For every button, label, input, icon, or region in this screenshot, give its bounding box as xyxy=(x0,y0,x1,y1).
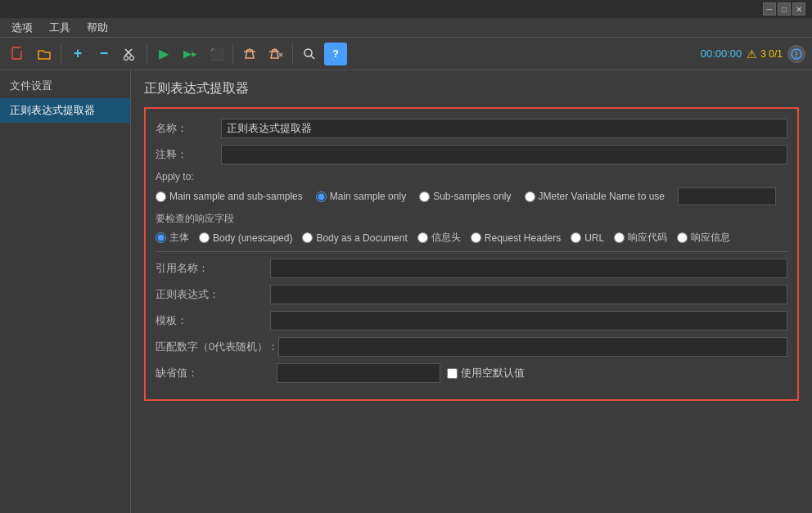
jmeter-var-input[interactable] xyxy=(678,187,776,205)
navigate-button[interactable] xyxy=(787,45,805,63)
sidebar-item-file-settings[interactable]: 文件设置 xyxy=(0,74,130,98)
close-button[interactable]: ✕ xyxy=(792,2,805,16)
radio-body[interactable]: 主体 xyxy=(156,231,189,245)
radio-doc-input[interactable] xyxy=(302,232,313,243)
help-button[interactable]: ? xyxy=(324,43,347,65)
svg-point-4 xyxy=(304,49,312,56)
remove-button[interactable]: − xyxy=(92,43,115,65)
template-row: 模板： xyxy=(156,311,787,331)
regex-label: 正则表达式： xyxy=(156,287,270,302)
radio-main-input[interactable] xyxy=(316,191,327,202)
ref-name-row: 引用名称： xyxy=(156,259,787,278)
name-input[interactable] xyxy=(221,119,787,138)
radio-sub-samples[interactable]: Sub-samples only xyxy=(419,191,511,202)
start-nosubs-button[interactable]: ▶▸ xyxy=(178,43,201,65)
radio-sub-input[interactable] xyxy=(419,191,430,202)
default-label: 缺省值： xyxy=(156,366,270,380)
radio-all-samples[interactable]: Main sample and sub-samples xyxy=(156,191,303,202)
toolbar: + − ▶ ▶▸ ⬛ ? 00:00:00 ⚠ 3 0/1 xyxy=(0,38,812,70)
menu-item-help[interactable]: 帮助 xyxy=(79,19,116,37)
comment-row: 注释： xyxy=(156,145,787,164)
radio-resp-code-input[interactable] xyxy=(614,232,625,243)
content-area: 正则表达式提取器 名称： 注释： Apply to: Main sample a… xyxy=(131,70,812,513)
cut-button[interactable] xyxy=(119,43,142,65)
form-panel: 名称： 注释： Apply to: Main sample and sub-sa… xyxy=(144,107,799,401)
timer-display: 00:00:00 xyxy=(701,47,742,60)
match-num-input[interactable] xyxy=(278,337,787,357)
menu-item-tools[interactable]: 工具 xyxy=(41,19,79,37)
template-input[interactable] xyxy=(270,311,787,331)
radio-main-sample[interactable]: Main sample only xyxy=(316,191,406,202)
radio-resp-code[interactable]: 响应代码 xyxy=(614,231,667,245)
response-field-section: 要检查的响应字段 主体 Body (unescaped) Body as a D… xyxy=(156,212,787,245)
use-empty-label: 使用空默认值 xyxy=(461,366,525,380)
radio-jmeter-label: JMeter Variable Name to use xyxy=(539,191,665,202)
main-layout: 文件设置 正则表达式提取器 正则表达式提取器 名称： 注释： Apply to: xyxy=(0,70,812,513)
radio-req-headers-input[interactable] xyxy=(471,232,481,243)
radio-url-label: URL xyxy=(584,232,604,244)
radio-all-label: Main sample and sub-samples xyxy=(169,191,303,202)
radio-header[interactable]: 信息头 xyxy=(417,231,461,245)
use-empty-input[interactable] xyxy=(447,368,458,379)
regex-input[interactable] xyxy=(270,285,787,304)
name-row: 名称： xyxy=(156,119,787,138)
comment-label: 注释： xyxy=(156,147,221,162)
sidebar: 文件设置 正则表达式提取器 xyxy=(0,70,131,513)
radio-jmeter-var[interactable]: JMeter Variable Name to use xyxy=(525,191,665,202)
radio-jmeter-input[interactable] xyxy=(525,191,535,202)
radio-url-input[interactable] xyxy=(571,232,581,243)
menu-bar: 选项 工具 帮助 xyxy=(0,18,812,38)
response-radio-group: 主体 Body (unescaped) Body as a Document 信… xyxy=(156,231,787,245)
radio-body-input[interactable] xyxy=(156,232,166,243)
default-row: 缺省值： 使用空默认值 xyxy=(156,363,787,383)
radio-all-input[interactable] xyxy=(156,191,166,202)
radio-unescaped-input[interactable] xyxy=(199,232,210,243)
radio-body-unescaped[interactable]: Body (unescaped) xyxy=(199,232,292,244)
radio-req-headers[interactable]: Request Headers xyxy=(471,232,561,244)
radio-resp-code-label: 响应代码 xyxy=(628,231,667,245)
maximize-button[interactable]: □ xyxy=(778,2,791,16)
apply-to-section: Apply to: Main sample and sub-samples Ma… xyxy=(156,171,787,205)
minimize-button[interactable]: ─ xyxy=(763,2,776,16)
svg-line-5 xyxy=(311,56,314,59)
page-title: 正则表达式提取器 xyxy=(144,80,799,97)
warning-count: 3 0/1 xyxy=(760,48,783,60)
radio-doc-label: Body as a Document xyxy=(316,232,407,244)
response-field-label: 要检查的响应字段 xyxy=(156,212,787,226)
radio-resp-msg-input[interactable] xyxy=(677,232,688,243)
search-button[interactable] xyxy=(298,43,321,65)
ref-name-input[interactable] xyxy=(270,259,787,278)
name-label: 名称： xyxy=(156,121,221,136)
start-button[interactable]: ▶ xyxy=(152,43,175,65)
add-button[interactable]: + xyxy=(66,43,89,65)
apply-to-radio-group: Main sample and sub-samples Main sample … xyxy=(156,187,787,205)
radio-resp-msg[interactable]: 响应信息 xyxy=(677,231,730,245)
menu-item-options[interactable]: 选项 xyxy=(3,19,41,37)
radio-main-label: Main sample only xyxy=(330,191,406,202)
default-input[interactable] xyxy=(277,363,440,383)
sidebar-item-regex-extractor[interactable]: 正则表达式提取器 xyxy=(0,98,130,123)
svg-point-2 xyxy=(124,56,129,60)
comment-input[interactable] xyxy=(221,145,787,164)
svg-rect-1 xyxy=(20,47,22,51)
radio-body-label: 主体 xyxy=(169,231,189,245)
match-num-label: 匹配数字（0代表随机）： xyxy=(156,340,278,354)
match-num-row: 匹配数字（0代表随机）： xyxy=(156,337,787,357)
svg-point-3 xyxy=(130,56,134,60)
new-button[interactable] xyxy=(7,43,29,65)
warning-icon: ⚠ xyxy=(747,47,757,61)
radio-req-headers-label: Request Headers xyxy=(485,232,561,244)
radio-sub-label: Sub-samples only xyxy=(433,191,511,202)
radio-header-input[interactable] xyxy=(417,232,428,243)
open-button[interactable] xyxy=(33,43,56,65)
radio-body-doc[interactable]: Body as a Document xyxy=(302,232,407,244)
clear-button[interactable] xyxy=(238,43,261,65)
radio-resp-msg-label: 响应信息 xyxy=(691,231,730,245)
apply-to-label: Apply to: xyxy=(156,171,787,182)
template-label: 模板： xyxy=(156,313,270,328)
separator-1 xyxy=(156,251,787,252)
radio-url[interactable]: URL xyxy=(571,232,604,244)
clear-all-button[interactable] xyxy=(264,43,287,65)
use-empty-checkbox[interactable]: 使用空默认值 xyxy=(447,366,525,380)
stop-button[interactable]: ⬛ xyxy=(205,43,228,65)
